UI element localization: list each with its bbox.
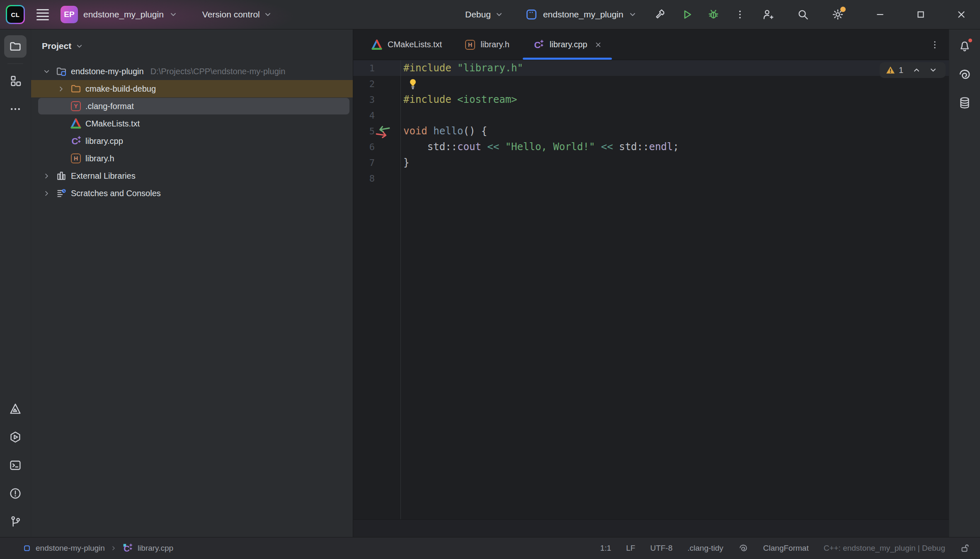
chevron-right-icon[interactable] [43,190,51,197]
goto-declaration-gutter-icon[interactable] [374,124,393,139]
run-button[interactable] [678,6,696,23]
build-button[interactable] [652,6,669,23]
services-tool-button[interactable] [4,426,27,448]
line-number: 3 [369,95,375,105]
tab-label: library.h [480,40,509,49]
code-line-8[interactable]: 8 [353,170,949,186]
tree-row-scratches[interactable]: Scratches and Consoles [31,185,353,202]
debug-button[interactable] [705,6,722,23]
code-line-3[interactable]: 3 #include <iostream> [353,92,949,107]
code-with-me-button[interactable] [759,6,777,23]
ai-assistant-button[interactable] [953,63,976,86]
cmake-file-icon [70,118,82,129]
status-bar: endstone-my-plugin C library.cpp 1:1 LF … [0,537,980,559]
code-token: cout [457,141,481,153]
chevron-right-icon[interactable] [43,172,51,180]
code-line-1[interactable]: 1 #include "library.h" [353,60,949,76]
project-folder-icon [55,66,68,77]
line-number: 7 [369,158,375,168]
tree-row-cmakelists[interactable]: CMakeLists.txt [31,115,353,132]
toolchain-status[interactable]: C++: endstone_my_plugin | Debug [824,544,945,553]
git-tool-button[interactable] [4,510,27,533]
previous-problem-button[interactable] [910,64,923,76]
close-window-button[interactable] [953,6,970,23]
code-editor[interactable]: 1 1 #include "library.h" 2 [353,60,949,519]
tab-options-button[interactable] [930,40,940,50]
search-icon [797,8,809,21]
code-line-5[interactable]: 5 void hello() { [353,123,949,139]
svg-text:C: C [72,136,78,146]
run-configuration-selector[interactable]: endstone_my_plugin [525,8,637,21]
editor-tab-bar: CMakeLists.txt H library.h C library.cpp [353,29,949,60]
project-widget[interactable]: EP endstone_my_plugin [61,6,177,23]
notifications-button[interactable] [953,35,976,58]
tree-row-library-cpp[interactable]: C library.cpp [31,132,353,150]
chevron-right-icon[interactable] [57,85,65,93]
chevron-down-icon[interactable] [75,42,83,50]
inspection-widget[interactable]: 1 [880,62,946,78]
close-icon [956,9,967,20]
tab-library-h[interactable]: H library.h [454,29,521,60]
problems-tool-button[interactable] [4,482,27,505]
chevron-down-icon[interactable] [43,68,51,75]
notification-dot [968,38,973,43]
terminal-tool-button[interactable] [4,454,27,476]
code-line-7[interactable]: 7 } [353,155,949,170]
more-tool-windows-button[interactable] [4,98,27,120]
version-control-widget[interactable]: Version control [202,10,272,19]
chevron-down-icon [169,10,177,19]
more-actions-button[interactable] [731,6,749,23]
ai-assistant-icon [738,543,748,553]
settings-button[interactable] [829,6,847,23]
main-menu-button[interactable] [36,9,49,20]
play-icon [681,8,693,21]
code-token: :: [445,141,457,153]
structure-tool-button[interactable] [4,70,27,92]
minimize-button[interactable] [871,6,889,23]
title-bar: CL EP endstone_my_plugin Version control… [0,0,980,29]
code-line-6[interactable]: 6 std::cout << "Hello, World!" << std::e… [353,139,949,155]
close-icon [594,41,602,49]
line-number: 2 [369,79,375,89]
caret-position[interactable]: 1:1 [600,544,611,553]
project-tree: endstone-my-plugin D:\Projects\CPP\endst… [31,63,353,202]
database-button[interactable] [953,92,976,114]
run-mode-selector[interactable]: Debug [465,10,503,19]
tab-cmakelists[interactable]: CMakeLists.txt [360,29,454,60]
code-token: ; [673,141,679,153]
tab-library-cpp[interactable]: C library.cpp [521,29,614,60]
code-line-4[interactable]: 4 [353,107,949,123]
folder-icon [9,40,22,53]
close-tab-button[interactable] [594,41,602,49]
maximize-button[interactable] [912,6,929,23]
line-separator[interactable]: LF [626,544,635,553]
tree-row-library-h[interactable]: H library.h [31,150,353,167]
file-encoding[interactable]: UTF-8 [650,544,672,553]
lock-status-button[interactable] [960,543,970,553]
clang-tidy-status[interactable]: .clang-tidy [687,544,723,553]
breadcrumb-file[interactable]: C library.cpp [122,543,173,554]
chevron-down-icon [264,10,272,19]
tree-row-project-root[interactable]: endstone-my-plugin D:\Projects\CPP\endst… [31,63,353,80]
tree-row-clang-format[interactable]: Y .clang-format [31,97,353,115]
hammer-icon [654,8,667,21]
tree-row-cmake-build-debug[interactable]: cmake-build-debug [31,80,353,97]
excluded-folder-icon [70,83,82,95]
left-toolbar [0,29,31,537]
code-token: << [481,141,505,153]
version-control-label: Version control [202,10,260,19]
search-everywhere-button[interactable] [794,6,812,23]
cmake-tool-button[interactable] [4,398,27,420]
project-tool-button[interactable] [4,35,27,58]
code-token: } [403,157,409,168]
svg-text:C: C [534,40,541,50]
next-problem-button[interactable] [927,64,940,76]
code-line-2[interactable]: 2 [353,76,949,92]
ai-status-button[interactable] [738,543,748,553]
formatter-status[interactable]: ClangFormat [763,544,809,553]
intention-bulb-icon[interactable] [408,78,418,90]
breadcrumb-project[interactable]: endstone-my-plugin [23,544,105,553]
unlocked-icon [960,543,970,553]
cpp-file-icon: C [122,543,133,554]
tree-row-external-libraries[interactable]: External Libraries [31,167,353,185]
